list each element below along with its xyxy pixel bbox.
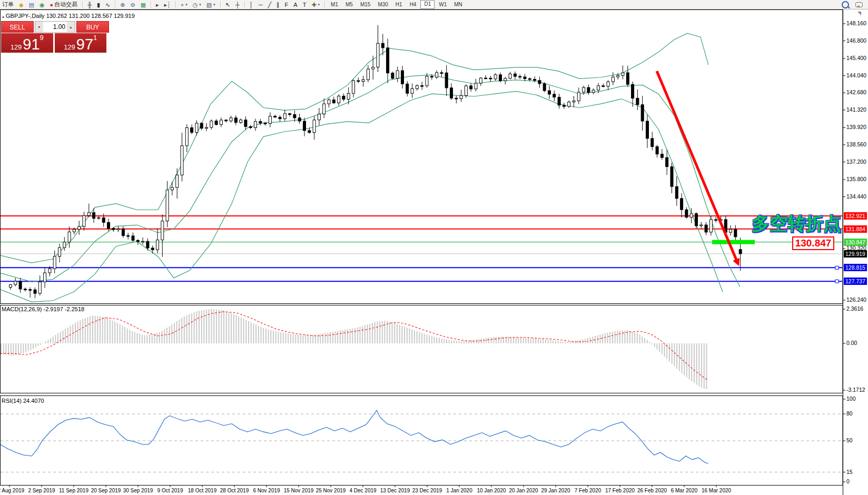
bar-chart-icon[interactable]: ╫ — [85, 1, 94, 9]
buy-price-display[interactable]: 129971 — [55, 33, 107, 53]
macd-axis-tick: 0.00 — [846, 340, 857, 346]
price-tag-131.884: 131.884 — [844, 225, 867, 233]
dropdown-arrow-icon[interactable]: ▾ — [199, 3, 201, 7]
vertical-line-icon: │ — [250, 1, 253, 9]
horizontal-line-icon: ─ — [259, 1, 263, 9]
rsi-axis-tick: 80 — [846, 410, 853, 417]
timeframe-button-h4[interactable]: H4 — [407, 1, 420, 8]
line-handle[interactable] — [835, 266, 839, 269]
date-axis-label: 2 Sep 2019 — [28, 488, 55, 493]
new-order-button[interactable]: 订单 — [0, 1, 16, 9]
timeframe-button-h1[interactable]: H1 — [392, 1, 406, 8]
periods-icon[interactable]: ◷▾ — [191, 1, 203, 9]
crosshair-icon[interactable]: ┼ — [233, 1, 242, 9]
volume-decrease-button[interactable]: ▼ — [35, 22, 43, 32]
toolbar-separator — [324, 1, 325, 8]
symbol-ohlc-text: GBPJPY-,Daily 130.262 131.200 128.567 12… — [6, 13, 135, 19]
date-axis-label: 25 Nov 2019 — [316, 488, 346, 493]
main-toolbar: 订单◆▤◉●自动交易╫▮∿⊕⊖▦▸▸┊+▾◷▾▧▾↖┼│─╱∥FAT✚▾M1M5… — [0, 0, 868, 9]
terminal-icon: ▤ — [28, 1, 34, 9]
price-axis-tick: 145.400 — [846, 55, 866, 61]
indicators-icon[interactable]: +▾ — [179, 1, 190, 9]
timeframe-button-mn[interactable]: MN — [451, 1, 466, 8]
autotrade-button[interactable]: ●自动交易 — [47, 1, 80, 9]
price-tag-127.737: 127.737 — [844, 278, 867, 285]
price-axis-tick: 141.320 — [846, 106, 866, 113]
candlestick-chart-icon: ▮ — [97, 1, 100, 9]
templates-icon: ▧ — [206, 1, 212, 9]
candlestick-chart-icon[interactable]: ▮ — [95, 1, 102, 9]
price-tag-130.847: 130.847 — [844, 239, 867, 246]
support-highlight-bar[interactable] — [712, 240, 755, 244]
horizontal-line-icon[interactable]: ─ — [257, 1, 265, 9]
chart-shift-icon[interactable]: ▸┊ — [162, 1, 173, 9]
chat-icon[interactable] — [855, 2, 863, 7]
date-axis-label: 11 Sep 2019 — [59, 488, 88, 493]
chart-window[interactable]: ▴GBPJPY-,Daily 130.262 131.200 128.567 1… — [0, 9, 868, 495]
macd-axis-tick: 2.3616 — [846, 305, 863, 312]
vertical-line-icon[interactable]: │ — [248, 1, 255, 9]
timeframe-button-m1[interactable]: M1 — [328, 1, 341, 8]
price-tag-132.921: 132.921 — [844, 212, 867, 220]
line-handle[interactable] — [835, 280, 839, 283]
price-axis-tick: 146.800 — [846, 37, 866, 44]
date-axis-label: 28 Oct 2019 — [220, 488, 249, 493]
zoom-in-icon[interactable]: ⊕ — [118, 1, 127, 9]
date-axis-label: 26 Feb 2020 — [637, 488, 667, 493]
turning-point-annotation[interactable]: 多空转折点 — [752, 212, 841, 236]
templates-icon[interactable]: ▧▾ — [204, 1, 218, 9]
history-book-icon[interactable]: ◆ — [17, 1, 25, 9]
timeframe-button-w1[interactable]: W1 — [436, 1, 450, 8]
search-icon[interactable] — [842, 1, 849, 8]
toolbar-separator — [244, 1, 245, 8]
dropdown-arrow-icon[interactable]: ▾ — [213, 3, 215, 7]
sell-price-display[interactable]: 129919 — [1, 33, 53, 53]
terminal-icon[interactable]: ▤ — [26, 1, 36, 9]
collapse-triangle-icon[interactable]: ▴ — [2, 14, 4, 19]
chart-shift-marker[interactable] — [857, 12, 861, 15]
chart-canvas[interactable] — [0, 9, 868, 495]
toolbar-separator — [175, 1, 176, 8]
sell-button[interactable]: SELL — [1, 21, 34, 33]
volume-increase-button[interactable]: ▲ — [67, 22, 75, 32]
auto-scroll-icon[interactable]: ▸ — [154, 1, 161, 9]
cursor-icon: ↖ — [225, 1, 230, 9]
arrows-icon[interactable]: ✚▾ — [309, 1, 322, 9]
buy-button[interactable]: BUY — [76, 21, 109, 33]
chart-shift-icon: ▸┊ — [164, 1, 171, 9]
dropdown-arrow-icon[interactable]: ▾ — [185, 3, 188, 7]
date-axis-label: 18 Oct 2019 — [188, 488, 216, 493]
date-axis-label: 20 Sep 2019 — [91, 488, 121, 493]
line-chart-icon: ∿ — [105, 1, 110, 9]
zoom-out-icon[interactable]: ⊖ — [128, 1, 137, 9]
line-chart-icon[interactable]: ∿ — [103, 1, 112, 9]
equidistant-channel-icon[interactable]: ∥ — [274, 1, 282, 9]
chart-title: ▴GBPJPY-,Daily 130.262 131.200 128.567 1… — [2, 13, 135, 19]
fibonacci-icon[interactable]: F — [283, 1, 291, 9]
mt4-window: 订单◆▤◉●自动交易╫▮∿⊕⊖▦▸▸┊+▾◷▾▧▾↖┼│─╱∥FAT✚▾M1M5… — [0, 0, 868, 495]
cursor-icon[interactable]: ↖ — [223, 1, 232, 9]
date-axis-label: 13 Dec 2019 — [380, 488, 410, 493]
dropdown-arrow-icon[interactable]: ▾ — [318, 3, 320, 7]
timeframe-button-d1[interactable]: D1 — [420, 0, 435, 9]
timeframe-button-m5[interactable]: M5 — [342, 1, 356, 8]
trendline-icon: ╱ — [268, 1, 271, 9]
periods-icon: ◷ — [193, 1, 198, 9]
indicators-icon: + — [181, 1, 184, 9]
rsi-axis-tick: 15 — [846, 469, 853, 475]
timeframe-button-m15[interactable]: M15 — [357, 1, 373, 8]
toolbar-separator — [151, 1, 151, 8]
zoom-out-icon: ⊖ — [130, 1, 135, 9]
price-axis-tick: 137.200 — [846, 159, 866, 165]
price-level-callout[interactable]: 130.847 — [792, 236, 834, 250]
tile-windows-icon[interactable]: ▦ — [139, 1, 148, 9]
timeframe-button-m30[interactable]: M30 — [374, 1, 391, 8]
rsi-axis-tick: 100 — [846, 395, 856, 402]
volume-input[interactable] — [43, 22, 67, 32]
text-icon[interactable]: A — [291, 1, 299, 9]
text-label-icon[interactable]: T — [301, 1, 309, 9]
signal-icon[interactable]: ◉ — [37, 1, 47, 9]
trendline-icon[interactable]: ╱ — [265, 1, 273, 9]
rsi-axis-tick: 50 — [846, 437, 853, 443]
toolbar-separator — [82, 1, 83, 8]
